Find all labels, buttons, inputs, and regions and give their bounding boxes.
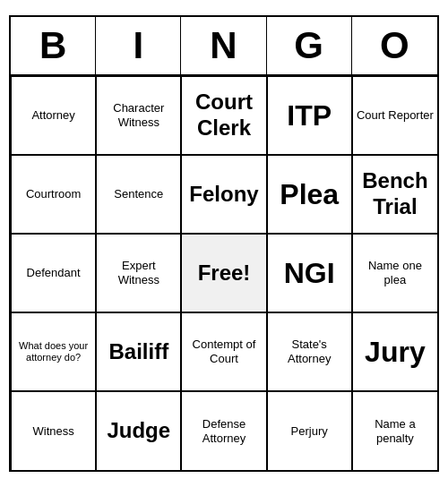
cell-text: Courtroom xyxy=(26,187,81,201)
cell-text: Defendant xyxy=(27,266,81,280)
cell-text: Felony xyxy=(189,182,258,208)
cell-text: Contempt of Court xyxy=(185,337,262,365)
bingo-cell: Free! xyxy=(181,234,266,312)
bingo-cell: Name a penalty xyxy=(352,391,437,470)
bingo-cell: Contempt of Court xyxy=(181,312,266,391)
cell-text: Attorney xyxy=(31,108,74,123)
bingo-cell: Attorney xyxy=(11,76,96,155)
bingo-cell: Perjury xyxy=(267,391,352,470)
cell-text: Expert Witness xyxy=(100,259,177,286)
cell-text: Free! xyxy=(198,261,251,286)
bingo-grid: AttorneyCharacter WitnessCourt ClerkITPC… xyxy=(11,76,437,470)
cell-text: Character Witness xyxy=(100,101,177,129)
bingo-cell: ITP xyxy=(267,76,352,155)
cell-text: Perjury xyxy=(291,424,328,439)
bingo-cell: Judge xyxy=(96,391,181,470)
cell-text: Defense Attorney xyxy=(185,417,262,445)
bingo-cell: Expert Witness xyxy=(96,234,181,312)
cell-text: Witness xyxy=(32,424,73,439)
cell-text: Jury xyxy=(365,335,426,369)
cell-text: State's Attorney xyxy=(271,337,348,365)
bingo-cell: Bailiff xyxy=(96,312,181,391)
cell-text: Sentence xyxy=(114,187,163,201)
cell-text: Bailiff xyxy=(108,339,168,365)
cell-text: Name a penalty xyxy=(357,417,434,445)
cell-text: Bench Trial xyxy=(357,168,434,220)
bingo-cell: Courtroom xyxy=(11,155,96,234)
cell-text: NGI xyxy=(284,256,335,290)
header-letter: N xyxy=(181,17,266,74)
bingo-cell: Sentence xyxy=(96,155,181,234)
bingo-cell: State's Attorney xyxy=(267,312,352,391)
header-letter: O xyxy=(352,17,437,74)
cell-text: Court Clerk xyxy=(185,90,262,141)
header-letter: B xyxy=(11,17,96,74)
cell-text: ITP xyxy=(287,98,332,132)
cell-text: What does your attorney do? xyxy=(15,340,91,363)
bingo-cell: Felony xyxy=(181,155,266,234)
bingo-cell: Jury xyxy=(352,312,437,391)
cell-text: Plea xyxy=(280,177,339,211)
bingo-cell: Defense Attorney xyxy=(181,391,266,470)
bingo-cell: NGI xyxy=(267,234,352,312)
bingo-cell: Name one plea xyxy=(352,234,437,312)
bingo-cell: What does your attorney do? xyxy=(11,312,96,391)
cell-text: Judge xyxy=(107,418,170,444)
bingo-cell: Witness xyxy=(11,391,96,470)
cell-text: Name one plea xyxy=(357,259,434,286)
header-letter: G xyxy=(267,17,352,74)
bingo-cell: Court Reporter xyxy=(352,76,437,155)
bingo-cell: Plea xyxy=(267,155,352,234)
bingo-cell: Bench Trial xyxy=(352,155,437,234)
cell-text: Court Reporter xyxy=(357,108,434,123)
bingo-cell: Court Clerk xyxy=(181,76,266,155)
header-letter: I xyxy=(96,17,181,74)
bingo-cell: Defendant xyxy=(11,234,96,312)
bingo-card: BINGO AttorneyCharacter WitnessCourt Cle… xyxy=(9,15,439,472)
bingo-header: BINGO xyxy=(11,17,437,76)
bingo-cell: Character Witness xyxy=(96,76,181,155)
